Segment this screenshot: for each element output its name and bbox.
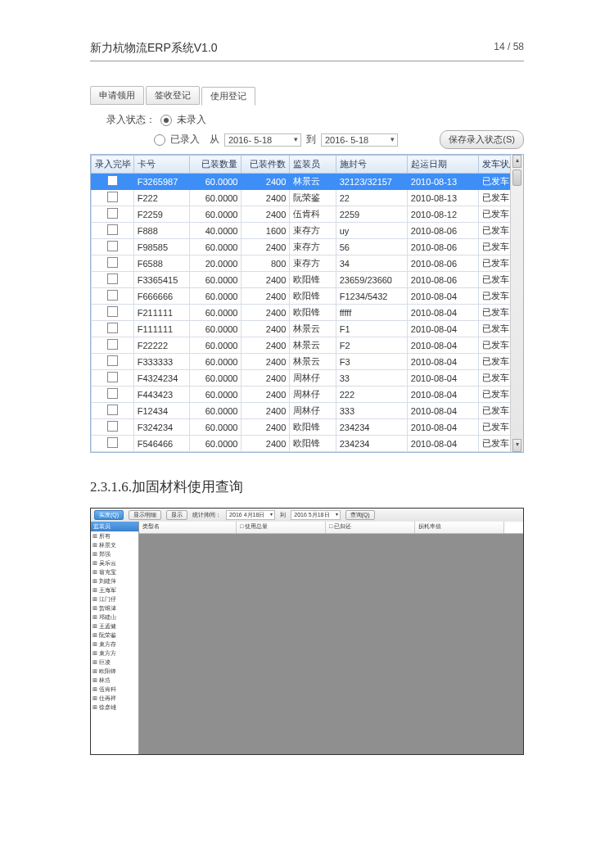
table-row[interactable]: F44342360.00002400周林仔2222010-08-04已发车: [92, 387, 523, 403]
cell: 2400: [242, 354, 290, 370]
tree-item[interactable]: ⊞ 伍肯科: [91, 685, 138, 694]
radio-entered[interactable]: [154, 134, 165, 146]
cell: 欧阳锋: [290, 305, 336, 321]
vertical-scrollbar[interactable]: ▴ ▾: [510, 155, 523, 452]
row-checkbox[interactable]: [107, 372, 118, 382]
screenshot-query-window: 实发(Q) 显示明细 显示 统计帅间： 2016 4月18日 到 2016 5月…: [90, 508, 524, 755]
row-checkbox[interactable]: [107, 388, 118, 399]
row-checkbox[interactable]: [107, 192, 118, 202]
cell: 2010-08-12: [407, 206, 478, 223]
s2-empty-canvas: [139, 534, 523, 754]
table-row[interactable]: F2222260.00002400林景云F22010-08-04已发车: [92, 337, 523, 354]
s2-col-header[interactable]: 类型名: [139, 522, 237, 533]
cell: [92, 403, 134, 419]
row-checkbox[interactable]: [107, 437, 118, 448]
table-row[interactable]: F66666660.00002400欧阳锋F1234/54322010-08-0…: [92, 288, 523, 305]
tree-item[interactable]: ⊞ 翁克宝: [91, 567, 138, 576]
tree-item[interactable]: ⊞ 郑强: [91, 549, 138, 558]
cell: 60.0000: [189, 354, 242, 370]
col-header[interactable]: 已装件数: [242, 156, 290, 174]
table-row[interactable]: F11111160.00002400林景云F12010-08-04已发车: [92, 321, 523, 337]
s2-col-header[interactable]: □ 使用总量: [237, 522, 326, 533]
data-grid[interactable]: 录入完毕卡号已装数量已装件数监装员施封号起运日期发车状态 F326598760.…: [91, 155, 523, 452]
row-checkbox[interactable]: [107, 405, 118, 415]
tree-item[interactable]: ⊞ 林浩: [91, 676, 138, 685]
table-row[interactable]: F432423460.00002400周林仔332010-08-04已发车: [92, 370, 523, 387]
table-row[interactable]: F658820.0000800束存方342010-08-06已发车: [92, 255, 523, 272]
cell: F3: [336, 354, 407, 370]
scroll-up-icon[interactable]: ▴: [512, 155, 521, 168]
tree-item[interactable]: ⊞ 江门仔: [91, 594, 138, 604]
tab-apply[interactable]: 申请领用: [90, 86, 144, 105]
table-row[interactable]: F326598760.00002400林景云32123/321572010-08…: [92, 174, 523, 190]
date-to[interactable]: 2016- 5-18: [321, 133, 398, 147]
cell: 333: [336, 403, 407, 419]
date-from[interactable]: 2016- 5-18: [224, 133, 301, 147]
row-checkbox[interactable]: [107, 323, 118, 333]
tree-item[interactable]: ⊞ 王海军: [91, 585, 138, 594]
table-row[interactable]: F1243460.00002400周林仔3332010-08-04已发车: [92, 403, 523, 419]
tree-item[interactable]: ⊞ 所有: [91, 531, 138, 540]
tree-item[interactable]: ⊞ 巨凌: [91, 658, 138, 667]
row-checkbox[interactable]: [107, 241, 118, 251]
scroll-thumb[interactable]: [512, 170, 521, 186]
row-checkbox[interactable]: [107, 421, 118, 432]
tree-item[interactable]: ⊞ 束方存: [91, 640, 138, 649]
tree-item[interactable]: ⊞ 王孟健: [91, 622, 138, 631]
cell: [92, 223, 134, 239]
cell: uy: [336, 223, 407, 239]
table-row[interactable]: F225960.00002400伍肯科22592010-08-12已发车: [92, 206, 523, 223]
row-checkbox[interactable]: [107, 306, 118, 317]
s2-btn-show[interactable]: 显示: [166, 510, 187, 520]
table-row[interactable]: F22260.00002400阮荣鉴222010-08-13已发车: [92, 190, 523, 206]
tree-item[interactable]: ⊞ 束方方: [91, 649, 138, 658]
table-row[interactable]: F9858560.00002400束存方562010-08-06已发车: [92, 239, 523, 255]
col-header[interactable]: 录入完毕: [92, 156, 134, 174]
row-checkbox[interactable]: [107, 274, 118, 284]
scroll-down-icon[interactable]: ▾: [512, 439, 521, 452]
tab-usage[interactable]: 使用登记: [201, 87, 255, 106]
tree-item[interactable]: ⊞ 林景文: [91, 540, 138, 549]
s2-btn-issue[interactable]: 实发(Q): [94, 510, 124, 520]
s2-col-header[interactable]: □ 已归还: [326, 522, 415, 533]
tree-item[interactable]: ⊞ 贺维津: [91, 604, 138, 613]
row-checkbox[interactable]: [107, 290, 118, 301]
row-checkbox[interactable]: [107, 175, 118, 186]
cell: 32123/32157: [336, 174, 407, 190]
tree-item[interactable]: ⊞ 吴乐云: [91, 558, 138, 567]
row-checkbox[interactable]: [107, 355, 118, 366]
table-row[interactable]: F88840.00001600束存方uy2010-08-06已发车: [92, 223, 523, 239]
table-row[interactable]: F33333360.00002400林景云F32010-08-04已发车: [92, 354, 523, 370]
page-number: 14 / 58: [494, 41, 524, 56]
s2-btn-query[interactable]: 查询(Q): [345, 510, 375, 520]
tab-receipt[interactable]: 签收登记: [146, 86, 200, 105]
s2-tree-panel[interactable]: 监装员 ⊞ 所有⊞ 林景文⊞ 郑强⊞ 吴乐云⊞ 翁克宝⊞ 刘建萍⊞ 王海军⊞ 江…: [91, 522, 139, 754]
row-checkbox[interactable]: [107, 257, 118, 268]
table-row[interactable]: F21111160.00002400欧阳锋fffff2010-08-04已发车: [92, 305, 523, 321]
s2-btn-detail[interactable]: 显示明细: [129, 510, 161, 520]
row-checkbox[interactable]: [107, 208, 118, 219]
s2-date-to[interactable]: 2016 5月18日: [291, 510, 340, 520]
tree-item[interactable]: ⊞ 徐彦雄: [91, 703, 138, 712]
row-checkbox[interactable]: [107, 224, 118, 235]
radio-not-entered[interactable]: [160, 115, 172, 126]
doc-header: 新力杭物流ERP系统V1.0 14 / 58: [90, 41, 524, 61]
col-header[interactable]: 已装数量: [189, 156, 242, 174]
tree-item[interactable]: ⊞ 仕再祥: [91, 694, 138, 703]
col-header[interactable]: 监装员: [290, 156, 336, 174]
col-header[interactable]: 起运日期: [407, 156, 478, 174]
row-checkbox[interactable]: [107, 339, 118, 350]
tree-item[interactable]: ⊞ 阮荣鉴: [91, 631, 138, 640]
save-status-button[interactable]: 保存录入状态(S): [440, 130, 524, 149]
s2-col-header[interactable]: 损耗率值: [415, 522, 504, 533]
col-header[interactable]: 卡号: [133, 156, 189, 174]
tree-item[interactable]: ⊞ 邓建山: [91, 613, 138, 622]
cell: F211111: [133, 305, 189, 321]
table-row[interactable]: F54646660.00002400欧阳锋2342342010-08-04已发车: [92, 436, 523, 452]
tree-item[interactable]: ⊞ 刘建萍: [91, 576, 138, 585]
s2-date-from[interactable]: 2016 4月18日: [226, 510, 275, 520]
tree-item[interactable]: ⊞ 欧阳锋: [91, 667, 138, 676]
table-row[interactable]: F32423460.00002400欧阳锋2342342010-08-04已发车: [92, 419, 523, 436]
col-header[interactable]: 施封号: [336, 156, 407, 174]
table-row[interactable]: F336541560.00002400欧阳锋23659/236602010-08…: [92, 272, 523, 288]
